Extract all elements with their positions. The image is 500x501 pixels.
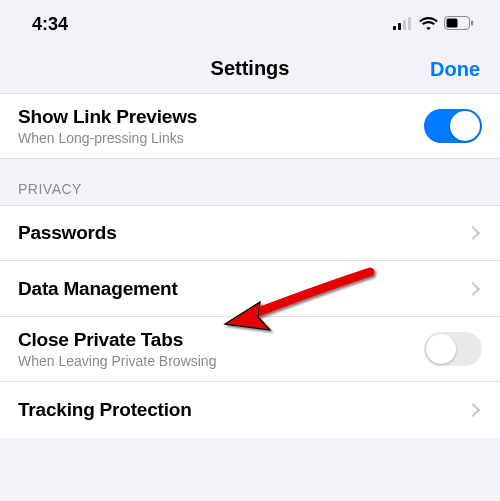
svg-rect-3	[408, 17, 411, 30]
cell-show-link-previews: Show Link Previews When Long-pressing Li…	[0, 93, 500, 159]
done-button[interactable]: Done	[430, 57, 480, 80]
passwords-title: Passwords	[18, 222, 117, 244]
chevron-right-icon	[466, 403, 480, 417]
close-private-tabs-toggle[interactable]	[424, 332, 482, 366]
svg-rect-2	[403, 20, 406, 30]
svg-rect-0	[393, 26, 396, 30]
nav-bar: Settings Done	[0, 45, 500, 93]
svg-rect-6	[471, 21, 473, 26]
tracking-protection-title: Tracking Protection	[18, 399, 192, 421]
privacy-section-header: PRIVACY	[0, 159, 500, 205]
close-private-tabs-subtitle: When Leaving Private Browsing	[18, 353, 216, 369]
page-title: Settings	[211, 57, 290, 80]
cellular-icon	[393, 14, 413, 35]
svg-rect-5	[447, 19, 458, 28]
status-bar: 4:34	[0, 0, 500, 45]
cell-tracking-protection[interactable]: Tracking Protection	[0, 382, 500, 438]
cell-passwords[interactable]: Passwords	[0, 205, 500, 261]
chevron-right-icon	[466, 226, 480, 240]
chevron-right-icon	[466, 281, 480, 295]
cell-close-private-tabs: Close Private Tabs When Leaving Private …	[0, 317, 500, 382]
data-management-title: Data Management	[18, 278, 178, 300]
show-link-previews-toggle[interactable]	[424, 109, 482, 143]
battery-icon	[444, 14, 474, 35]
close-private-tabs-title: Close Private Tabs	[18, 329, 216, 351]
svg-rect-1	[398, 23, 401, 30]
wifi-icon	[419, 14, 438, 35]
show-link-previews-subtitle: When Long-pressing Links	[18, 130, 197, 146]
status-time: 4:34	[32, 14, 68, 35]
status-indicators	[393, 14, 474, 35]
show-link-previews-title: Show Link Previews	[18, 106, 197, 128]
cell-data-management[interactable]: Data Management	[0, 261, 500, 317]
